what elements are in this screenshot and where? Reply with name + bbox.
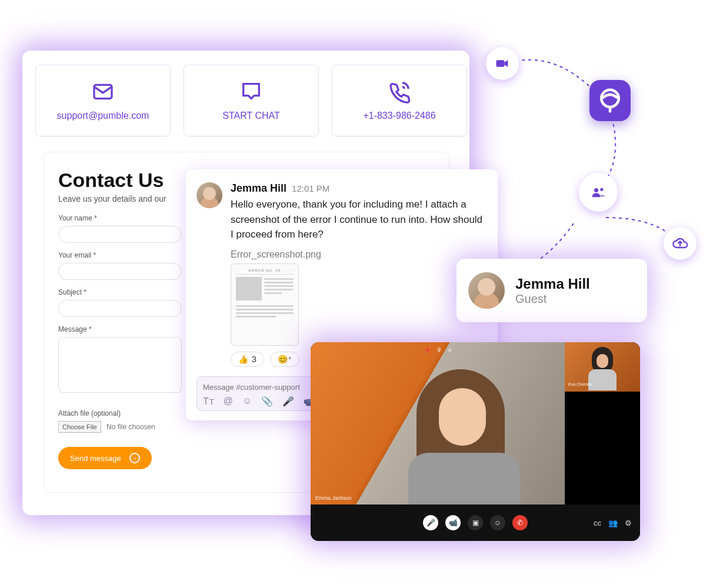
mention-icon[interactable]: @	[224, 396, 233, 407]
camera-toggle-button[interactable]: 📹	[445, 515, 461, 530]
email-input[interactable]	[58, 263, 182, 280]
email-tile-label: support@pumble.com	[57, 111, 149, 121]
chat-attachment-name: Error_screenshot.png	[231, 249, 487, 260]
pumble-logo-icon	[597, 88, 623, 113]
reactions-button[interactable]: ☺	[490, 515, 505, 530]
video-main-name: Emma Jackson	[315, 495, 352, 501]
chat-timestamp: 12:01 PM	[292, 183, 329, 193]
add-reaction-icon: 😊⁺	[278, 355, 292, 364]
send-message-button[interactable]: Send message →	[58, 447, 152, 469]
reaction-thumbsup[interactable]: 👍 3	[231, 352, 264, 367]
email-tile[interactable]: support@pumble.com	[35, 65, 171, 136]
participants-button[interactable]: 👥	[608, 519, 618, 527]
mic-status-icon[interactable]: 🎙	[437, 347, 442, 353]
attachment-thumb-header: ERROR NO. 45	[236, 269, 294, 275]
mic-icon[interactable]: 🎤	[282, 396, 294, 407]
message-textarea[interactable]	[58, 337, 182, 393]
end-call-button[interactable]: ✆	[512, 515, 528, 530]
guest-name: Jemma Hill	[515, 276, 590, 292]
guest-role: Guest	[515, 292, 590, 306]
settings-button[interactable]: ⚙	[625, 519, 632, 527]
app-logo	[589, 80, 631, 121]
video-side-name: Eva Chernila	[568, 382, 592, 386]
guest-card: Jemma Hill Guest	[457, 259, 647, 322]
mic-toggle-button[interactable]: 🎤	[423, 515, 438, 530]
svg-point-3	[594, 188, 598, 192]
people-icon	[590, 184, 607, 201]
video-badge	[486, 47, 519, 80]
camera-icon	[494, 55, 511, 72]
signal-icon[interactable]: ≡	[448, 347, 452, 353]
chat-message: Jemma Hill 12:01 PM Hello everyone, than…	[196, 182, 487, 367]
name-input[interactable]	[58, 226, 182, 243]
attach-icon[interactable]: 📎	[261, 396, 273, 407]
video-controls: 🎤 📹 ▣ ☺ ✆ cc 👥 ⚙	[311, 505, 640, 541]
mail-icon	[91, 80, 115, 103]
phone-icon	[388, 80, 411, 103]
svg-point-4	[600, 188, 603, 191]
people-badge	[579, 173, 618, 212]
share-screen-button[interactable]: ▣	[468, 515, 483, 530]
chat-message-header: Jemma Hill 12:01 PM	[231, 182, 487, 195]
text-format-icon[interactable]: Tᴛ	[203, 396, 214, 407]
cloud-upload-icon	[672, 235, 688, 252]
video-side-panel: Eva Chernila	[565, 342, 640, 505]
no-file-text: No file choosen	[106, 423, 155, 431]
emoji-icon[interactable]: ☺	[242, 396, 252, 407]
add-reaction-button[interactable]: 😊⁺	[270, 352, 299, 367]
video-participant-figure	[393, 365, 522, 506]
contact-tiles: support@pumble.com START CHAT +1-833-986…	[35, 65, 467, 136]
svg-rect-1	[497, 60, 505, 67]
pin-icon[interactable]: 📌	[424, 347, 431, 353]
chat-tile-label: START CHAT	[222, 111, 280, 121]
upload-badge	[664, 227, 697, 260]
chat-message-text: Hello everyone, thank you for including …	[231, 197, 487, 242]
chat-icon	[239, 80, 263, 103]
reaction-count: 3	[252, 355, 256, 364]
chat-attachment-thumbnail[interactable]: ERROR NO. 45	[231, 263, 299, 346]
send-message-label: Send message	[70, 454, 121, 463]
arrow-right-icon: →	[129, 453, 140, 463]
video-main-feed: 📌 🎙 ≡ Emma Jackson	[311, 342, 565, 505]
choose-file-button[interactable]: Choose File	[58, 421, 101, 433]
cc-button[interactable]: cc	[594, 519, 601, 527]
guest-avatar	[468, 272, 505, 309]
subject-input[interactable]	[58, 300, 182, 317]
video-call-window: 📌 🎙 ≡ Emma Jackson Eva Chernila 🎤 📹 ▣ ☺ …	[311, 342, 640, 541]
video-overlay-icons: 📌 🎙 ≡	[424, 347, 452, 353]
phone-tile-label: +1-833-986-2486	[363, 111, 435, 121]
chat-author-name: Jemma Hill	[231, 182, 286, 194]
phone-tile[interactable]: +1-833-986-2486	[332, 65, 467, 136]
attach-label: Attach file (optional)	[58, 409, 121, 417]
chat-tile[interactable]: START CHAT	[184, 65, 319, 136]
thumbsup-icon: 👍	[238, 355, 248, 364]
chat-author-avatar	[196, 182, 222, 208]
